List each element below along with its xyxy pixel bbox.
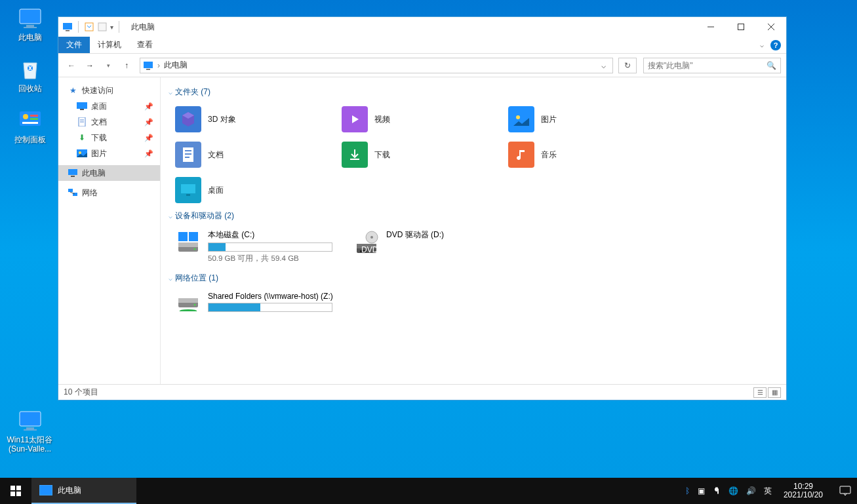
svg-rect-57 bbox=[10, 492, 15, 496]
drive-c[interactable]: 本地磁盘 (C:) 50.9 GB 可用，共 59.4 GB bbox=[172, 227, 339, 266]
sidebar-this-pc[interactable]: 此电脑 bbox=[58, 165, 160, 181]
desktop: 此电脑 回收站 控制面板 Win11太阳谷(Sun-Valle... bbox=[0, 0, 857, 504]
svg-rect-41 bbox=[178, 232, 188, 241]
svg-point-27 bbox=[79, 151, 81, 154]
tile-label: 桌面 bbox=[208, 185, 224, 196]
svg-rect-55 bbox=[10, 486, 15, 490]
refresh-button[interactable]: ↻ bbox=[618, 58, 637, 73]
breadcrumb[interactable]: 此电脑 bbox=[164, 60, 188, 71]
folder-documents[interactable]: 文档 bbox=[172, 138, 339, 171]
help-icon[interactable]: ? bbox=[770, 40, 781, 50]
status-text: 10 个项目 bbox=[64, 387, 98, 398]
sidebar-quick-access[interactable]: ★ 快速访问 bbox=[58, 83, 160, 98]
usb-icon[interactable]: 🖣 bbox=[713, 486, 721, 495]
pin-icon: 📌 bbox=[144, 149, 153, 158]
recent-dropdown[interactable]: ▾ bbox=[100, 58, 116, 73]
sidebar-network[interactable]: 网络 bbox=[58, 185, 160, 201]
section-network-location[interactable]: ⌵ 网络位置 (1) bbox=[169, 273, 786, 284]
download-icon: ⬇ bbox=[77, 132, 87, 143]
svg-rect-16 bbox=[738, 24, 744, 30]
clock[interactable]: 10:29 2021/10/20 bbox=[780, 482, 827, 499]
vm-tools-icon[interactable]: ▣ bbox=[698, 486, 705, 495]
svg-point-4 bbox=[23, 114, 28, 119]
qat-dropdown-icon[interactable]: ▾ bbox=[110, 24, 113, 31]
folder-3d-objects[interactable]: 3D 对象 bbox=[172, 103, 339, 136]
folder-pictures[interactable]: 图片 bbox=[506, 103, 672, 136]
svg-rect-42 bbox=[189, 232, 198, 241]
svg-rect-21 bbox=[77, 102, 87, 109]
address-bar[interactable]: › 此电脑 ⌵ bbox=[140, 58, 613, 73]
network-icon[interactable]: 🌐 bbox=[728, 486, 738, 495]
svg-rect-56 bbox=[16, 486, 21, 490]
search-box[interactable]: 🔍 bbox=[643, 58, 781, 73]
network-drive-z[interactable]: Shared Folders (\\vmware-host) (Z:) bbox=[172, 289, 339, 320]
svg-point-45 bbox=[194, 248, 196, 250]
menu-computer[interactable]: 计算机 bbox=[90, 37, 129, 53]
taskbar: 此电脑 ᛒ ▣ 🖣 🌐 🔊 英 10:29 2021/10/20 bbox=[0, 478, 857, 504]
svg-rect-2 bbox=[24, 27, 37, 28]
sidebar-downloads[interactable]: ⬇ 下载 📌 bbox=[58, 130, 160, 145]
sidebar-desktop[interactable]: 桌面 📌 bbox=[58, 98, 160, 114]
tile-label: 文档 bbox=[208, 149, 224, 161]
folder-music[interactable]: 音乐 bbox=[506, 138, 672, 171]
desktop-icon-label: 回收站 bbox=[18, 84, 42, 93]
drive-d-dvd[interactable]: DVD DVD 驱动器 (D:) bbox=[351, 227, 517, 266]
document-icon bbox=[77, 117, 87, 127]
desktop-icon-this-pc[interactable]: 此电脑 bbox=[5, 5, 54, 42]
menu-file[interactable]: 文件 bbox=[58, 37, 90, 53]
start-button[interactable] bbox=[0, 478, 31, 504]
pin-icon: 📌 bbox=[144, 102, 153, 111]
network-drive-icon bbox=[175, 292, 201, 318]
document-icon bbox=[175, 142, 201, 168]
menu-view[interactable]: 查看 bbox=[129, 37, 161, 53]
desktop-icon-win11-sunvalley[interactable]: Win11太阳谷(Sun-Valle... bbox=[5, 408, 54, 454]
desktop-icon-recycle-bin[interactable]: 回收站 bbox=[5, 56, 54, 93]
svg-point-47 bbox=[370, 236, 373, 239]
search-input[interactable] bbox=[648, 61, 767, 70]
sidebar-pictures[interactable]: 图片 📌 bbox=[58, 145, 160, 161]
ime-indicator[interactable]: 英 bbox=[764, 486, 772, 497]
view-details-button[interactable]: ☰ bbox=[753, 387, 767, 398]
search-icon[interactable]: 🔍 bbox=[767, 61, 776, 70]
svg-rect-0 bbox=[20, 9, 41, 24]
close-button[interactable] bbox=[756, 17, 786, 37]
folder-downloads[interactable]: 下载 bbox=[339, 138, 506, 171]
recycle-bin-icon bbox=[17, 56, 43, 83]
svg-rect-30 bbox=[68, 189, 73, 192]
titlebar[interactable]: ▾ 此电脑 bbox=[58, 17, 786, 37]
star-icon: ★ bbox=[68, 85, 78, 96]
bluetooth-icon[interactable]: ᛒ bbox=[685, 486, 690, 495]
chevron-down-icon: ⌵ bbox=[169, 275, 172, 282]
svg-point-54 bbox=[194, 304, 196, 306]
action-center-button[interactable] bbox=[833, 478, 857, 504]
pin-icon: 📌 bbox=[144, 118, 153, 126]
section-devices[interactable]: ⌵ 设备和驱动器 (2) bbox=[169, 210, 786, 222]
qat-item-icon[interactable] bbox=[97, 22, 108, 32]
svg-rect-9 bbox=[26, 427, 34, 429]
folder-videos[interactable]: 视频 bbox=[339, 103, 506, 136]
folder-desktop[interactable]: 桌面 bbox=[172, 174, 339, 206]
ribbon-toggle-icon[interactable]: ⌵ bbox=[760, 41, 764, 48]
back-button[interactable]: ← bbox=[64, 58, 79, 73]
monitor-icon bbox=[39, 485, 52, 495]
sidebar-documents[interactable]: 文档 📌 bbox=[58, 114, 160, 130]
desktop-icon-control-panel[interactable]: 控制面板 bbox=[5, 107, 54, 144]
up-button[interactable]: ↑ bbox=[119, 58, 134, 73]
address-dropdown-icon[interactable]: ⌵ bbox=[597, 61, 610, 70]
section-folders[interactable]: ⌵ 文件夹 (7) bbox=[169, 87, 786, 98]
forward-button[interactable]: → bbox=[82, 58, 98, 73]
taskbar-item-explorer[interactable]: 此电脑 bbox=[31, 478, 136, 504]
svg-rect-5 bbox=[30, 115, 38, 117]
properties-icon[interactable] bbox=[84, 22, 94, 32]
view-icons-button[interactable]: ▦ bbox=[768, 387, 781, 398]
volume-icon[interactable]: 🔊 bbox=[746, 486, 756, 495]
svg-rect-40 bbox=[186, 194, 190, 196]
maximize-button[interactable] bbox=[726, 17, 756, 37]
download-icon bbox=[342, 142, 368, 168]
drive-icon bbox=[175, 229, 201, 256]
drive-label: DVD 驱动器 (D:) bbox=[386, 229, 515, 241]
minimize-button[interactable] bbox=[696, 17, 726, 37]
system-tray: ᛒ ▣ 🖣 🌐 🔊 英 10:29 2021/10/20 bbox=[679, 478, 833, 504]
video-icon bbox=[342, 106, 368, 132]
monitor-icon bbox=[17, 5, 43, 31]
